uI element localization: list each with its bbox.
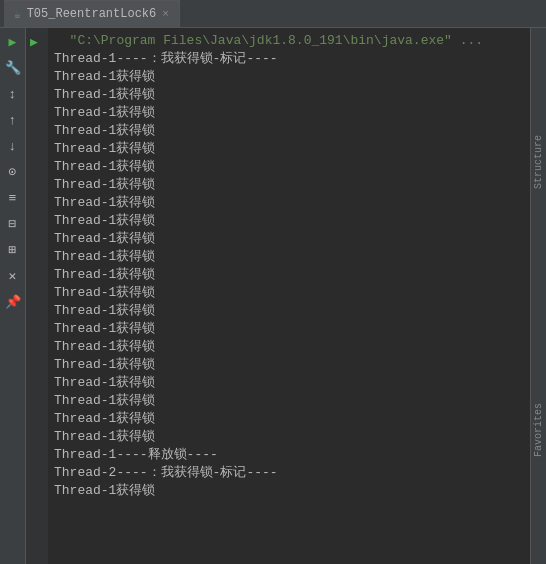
console-line: Thread-1获得锁	[54, 302, 524, 320]
wrench-button[interactable]: 🔧	[3, 58, 23, 78]
favorites-label[interactable]: Favorites	[531, 399, 546, 461]
console-line: Thread-1获得锁	[54, 86, 524, 104]
console-line: Thread-1获得锁	[54, 194, 524, 212]
console-line: Thread-1获得锁	[54, 428, 524, 446]
tab-t05[interactable]: ☕ T05_ReentrantLock6 ×	[4, 0, 180, 27]
console-line: Thread-1获得锁	[54, 230, 524, 248]
console-line: Thread-1获得锁	[54, 158, 524, 176]
gutter: ▶	[26, 28, 48, 564]
console-line: Thread-1获得锁	[54, 248, 524, 266]
up-button[interactable]: ↑	[3, 110, 23, 130]
console-line: Thread-1----：我获得锁-标记----	[54, 50, 524, 68]
console-line: "C:\Program Files\Java\jdk1.8.0_191\bin\…	[54, 32, 524, 50]
lines2-button[interactable]: ⊟	[3, 214, 23, 234]
camera-button[interactable]: ⊙	[3, 162, 23, 182]
console-line: Thread-1获得锁	[54, 338, 524, 356]
main-area: ▶ 🔧 ↕ ↑ ↓ ⊙ ≡ ⊟ ⊞ ✕ 📌 ▶ "C:\Program File…	[0, 28, 546, 564]
console-line: Thread-1获得锁	[54, 356, 524, 374]
console-line: Thread-1获得锁	[54, 104, 524, 122]
console-line: Thread-1获得锁	[54, 122, 524, 140]
pin-button[interactable]: 📌	[3, 292, 23, 312]
console-line: Thread-1获得锁	[54, 410, 524, 428]
console-line: Thread-1获得锁	[54, 140, 524, 158]
tab-label: T05_ReentrantLock6	[27, 7, 157, 21]
console-line: Thread-1获得锁	[54, 374, 524, 392]
console-line: Thread-1获得锁	[54, 68, 524, 86]
console-line: Thread-1获得锁	[54, 482, 524, 500]
print-button[interactable]: ⊞	[3, 240, 23, 260]
down-button[interactable]: ↓	[3, 136, 23, 156]
left-toolbar: ▶ 🔧 ↕ ↑ ↓ ⊙ ≡ ⊟ ⊞ ✕ 📌	[0, 28, 26, 564]
console-line: Thread-2----：我获得锁-标记----	[54, 464, 524, 482]
console-line: Thread-1----释放锁----	[54, 446, 524, 464]
lines1-button[interactable]: ≡	[3, 188, 23, 208]
right-side-panel: Structure Favorites	[530, 28, 546, 564]
tab-bar: ☕ T05_ReentrantLock6 ×	[0, 0, 546, 28]
console-line: Thread-1获得锁	[54, 176, 524, 194]
java-icon: ☕	[14, 8, 21, 21]
console-line: Thread-1获得锁	[54, 284, 524, 302]
run-arrow-icon: ▶	[30, 34, 38, 50]
console-line: Thread-1获得锁	[54, 392, 524, 410]
structure-label[interactable]: Structure	[531, 131, 546, 193]
console-line: Thread-1获得锁	[54, 320, 524, 338]
updown-button[interactable]: ↕	[3, 84, 23, 104]
run-button[interactable]: ▶	[3, 32, 23, 52]
trash-button[interactable]: ✕	[3, 266, 23, 286]
close-icon[interactable]: ×	[162, 8, 169, 20]
console-line: Thread-1获得锁	[54, 212, 524, 230]
console-output[interactable]: "C:\Program Files\Java\jdk1.8.0_191\bin\…	[48, 28, 530, 564]
console-line: Thread-1获得锁	[54, 266, 524, 284]
